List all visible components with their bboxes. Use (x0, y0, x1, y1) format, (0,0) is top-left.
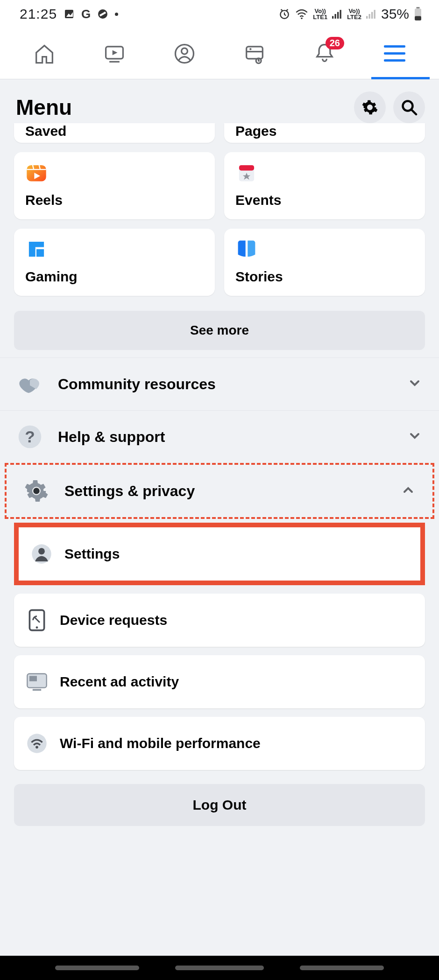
svg-marker-18 (113, 50, 118, 55)
device-icon (25, 609, 49, 632)
shortcut-grid: Saved Pages Reels Events Gaming (0, 123, 439, 350)
reels-icon (25, 161, 48, 184)
subitem-label: Wi-Fi and mobile performance (60, 735, 261, 751)
nav-watch[interactable] (79, 28, 149, 79)
svg-point-24 (249, 48, 251, 50)
section-community[interactable]: Community resources (0, 357, 439, 410)
logout-button[interactable]: Log Out (14, 784, 425, 826)
svg-rect-12 (371, 12, 373, 19)
help-icon: ? (17, 424, 43, 450)
svg-rect-11 (368, 14, 370, 19)
svg-point-26 (403, 101, 413, 111)
page-title: Menu (16, 95, 72, 120)
svg-rect-45 (29, 676, 37, 681)
search-button[interactable] (393, 91, 425, 123)
svg-rect-34 (239, 165, 254, 171)
card-stories[interactable]: Stories (224, 229, 425, 296)
card-label: Events (235, 192, 414, 208)
status-bar: 21:25 G Vo)) LTE1 Vo)) LTE2 35% (0, 0, 439, 28)
android-nav-bar (0, 956, 439, 980)
svg-rect-7 (335, 14, 336, 19)
settings-gear-button[interactable] (354, 91, 386, 123)
card-saved[interactable]: Saved (14, 123, 215, 143)
wifi-perf-icon (25, 732, 49, 755)
svg-rect-9 (340, 10, 341, 19)
gear-icon (361, 99, 378, 116)
top-nav: 26 (0, 28, 439, 79)
card-gaming[interactable]: Gaming (14, 229, 215, 296)
svg-point-43 (36, 626, 38, 629)
subitem-label: Settings (64, 546, 120, 562)
subitem-recent-ad[interactable]: Recent ad activity (14, 655, 425, 708)
svg-point-39 (33, 488, 40, 494)
svg-rect-13 (374, 10, 375, 19)
search-icon (401, 99, 418, 116)
subitem-wifi-performance[interactable]: Wi-Fi and mobile performance (14, 717, 425, 770)
svg-line-27 (412, 110, 416, 114)
nav-notifications[interactable]: 26 (290, 28, 360, 79)
svg-rect-14 (417, 7, 420, 8)
nav-pill[interactable] (55, 966, 139, 970)
svg-rect-22 (247, 46, 263, 58)
nav-menu[interactable] (360, 28, 430, 79)
logout-label: Log Out (193, 797, 247, 812)
status-dot-icon (115, 13, 118, 16)
battery-percent: 35% (381, 6, 409, 22)
section-settings-privacy[interactable]: Settings & privacy (7, 465, 432, 517)
card-label: Reels (25, 192, 204, 208)
subitem-settings[interactable]: Settings (19, 527, 420, 581)
svg-rect-10 (366, 16, 368, 19)
events-icon (235, 161, 258, 184)
section-label: Settings & privacy (64, 483, 386, 500)
svg-point-48 (35, 746, 38, 749)
highlight-settings-privacy: Settings & privacy (5, 463, 434, 519)
card-label: Pages (235, 123, 414, 139)
lte1-indicator: Vo)) LTE1 (313, 8, 327, 20)
card-reels[interactable]: Reels (14, 152, 215, 219)
image-icon (64, 8, 75, 20)
nav-marketplace[interactable] (220, 28, 290, 79)
card-label: Stories (235, 269, 414, 285)
no-entry-icon (97, 8, 108, 20)
svg-rect-36 (36, 249, 44, 257)
subitem-device-requests[interactable]: Device requests (14, 594, 425, 647)
stories-icon (235, 238, 258, 260)
nav-home[interactable] (9, 28, 79, 79)
gear-icon (23, 478, 50, 504)
subitem-label: Recent ad activity (60, 674, 179, 690)
google-icon: G (81, 7, 91, 21)
handshake-icon (17, 371, 43, 397)
see-more-button[interactable]: See more (14, 311, 425, 350)
nav-pill[interactable] (300, 966, 384, 970)
nav-pill[interactable] (175, 966, 264, 970)
svg-rect-8 (337, 12, 339, 19)
lte2-indicator: Vo)) LTE2 (347, 8, 361, 20)
section-help[interactable]: ? Help & support (0, 410, 439, 463)
chevron-down-icon (407, 428, 422, 445)
svg-text:?: ? (25, 427, 35, 446)
nav-profile[interactable] (149, 28, 220, 79)
svg-point-5 (301, 18, 303, 20)
hamburger-icon (384, 45, 405, 62)
chevron-up-icon (401, 483, 416, 499)
menu-header: Menu (0, 79, 439, 123)
ad-activity-icon (25, 670, 49, 693)
subitem-label: Device requests (60, 612, 167, 628)
chevron-down-icon (407, 376, 422, 392)
battery-icon (414, 7, 422, 21)
svg-rect-16 (415, 16, 421, 21)
card-label: Saved (25, 123, 204, 139)
card-pages[interactable]: Pages (224, 123, 425, 143)
signal2-icon (366, 9, 376, 19)
alarm-icon (278, 8, 290, 20)
see-more-label: See more (190, 323, 249, 337)
section-label: Community resources (58, 376, 392, 393)
signal1-icon (332, 9, 342, 19)
section-label: Help & support (58, 428, 392, 446)
card-label: Gaming (25, 269, 204, 285)
notification-badge: 26 (326, 37, 344, 49)
highlight-settings-item: Settings (14, 523, 425, 585)
card-events[interactable]: Events (224, 152, 425, 219)
svg-rect-6 (332, 16, 333, 19)
gaming-icon (25, 238, 48, 260)
